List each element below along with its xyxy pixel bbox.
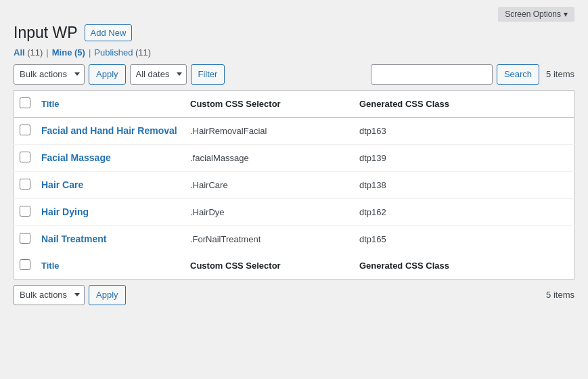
items-count-bottom: 5 items <box>546 290 574 300</box>
search-input[interactable] <box>371 64 493 85</box>
dates-select-top[interactable]: All dates <box>130 64 187 85</box>
row-title-link[interactable]: Hair Care <box>41 179 83 190</box>
foot-css-class-column: Generated CSS Class <box>354 252 574 280</box>
row-title-cell: Hair Care <box>36 171 185 198</box>
row-css-selector-cell: .HairDye <box>185 198 354 225</box>
filter-link-all[interactable]: All (11) <box>14 47 43 58</box>
row-checkbox[interactable] <box>20 233 30 244</box>
row-checkbox-cell <box>14 117 37 144</box>
row-checkbox-cell <box>14 225 37 252</box>
select-all-checkbox-top[interactable] <box>20 97 30 108</box>
foot-title-sort-link[interactable]: Title <box>41 261 60 271</box>
row-css-selector-cell: .facialMassage <box>185 144 354 171</box>
apply-button-bottom[interactable]: Apply <box>89 285 126 305</box>
head-check-column <box>14 90 37 117</box>
tablenav-bottom: Bulk actions Apply 5 items <box>14 285 574 305</box>
row-checkbox[interactable] <box>20 179 30 190</box>
table-row: Hair Care .HairCare dtp138 <box>14 171 574 198</box>
dates-wrapper-top: All dates <box>130 64 187 85</box>
bulk-actions-wrapper-bottom: Bulk actions <box>14 285 85 305</box>
row-css-selector-cell: .HairCare <box>185 171 354 198</box>
table-row: Facial Massage .facialMassage dtp139 <box>14 144 574 171</box>
filter-links: All (11) | Mine (5) | Published (11) <box>14 47 574 58</box>
table-row: Nail Treatment .ForNailTreatment dtp165 <box>14 225 574 252</box>
posts-table: Title Custom CSS Selector Generated CSS … <box>14 90 574 280</box>
row-title-cell: Facial Massage <box>36 144 185 171</box>
row-title-cell: Facial and Hand Hair Removal <box>36 117 185 144</box>
table-foot-row: Title Custom CSS Selector Generated CSS … <box>14 252 574 280</box>
tablenav-top-right: Search 5 items <box>371 64 574 85</box>
table-foot: Title Custom CSS Selector Generated CSS … <box>14 252 574 280</box>
row-css-class-cell: dtp162 <box>354 198 574 225</box>
bulk-actions-select-bottom[interactable]: Bulk actions <box>14 285 85 305</box>
row-checkbox-cell <box>14 171 37 198</box>
row-checkbox[interactable] <box>20 152 30 162</box>
row-title-cell: Nail Treatment <box>36 225 185 252</box>
head-title-column[interactable]: Title <box>36 90 185 117</box>
row-css-class-cell: dtp138 <box>354 171 574 198</box>
bulk-actions-wrapper-top: Bulk actions <box>14 64 85 85</box>
row-css-class-cell: dtp139 <box>354 144 574 171</box>
row-title-link[interactable]: Hair Dying <box>41 206 89 217</box>
foot-check-column <box>14 252 37 280</box>
page-title-area: Input WP Add New <box>14 23 132 43</box>
row-checkbox-cell <box>14 198 37 225</box>
tablenav-top: Bulk actions Apply All dates Filter Sear… <box>14 64 574 85</box>
search-area: Search <box>371 64 539 85</box>
row-css-selector-cell: .ForNailTreatment <box>185 225 354 252</box>
head-css-selector-column: Custom CSS Selector <box>185 90 354 117</box>
row-checkbox[interactable] <box>20 125 30 135</box>
table-row: Hair Dying .HairDye dtp162 <box>14 198 574 225</box>
table-row: Facial and Hand Hair Removal .HairRemova… <box>14 117 574 144</box>
filter-link-published[interactable]: Published (11) <box>94 47 151 58</box>
row-checkbox-cell <box>14 144 37 171</box>
foot-title-column[interactable]: Title <box>36 252 185 280</box>
row-checkbox[interactable] <box>20 206 30 217</box>
tablenav-top-left: Bulk actions Apply All dates Filter <box>14 64 225 85</box>
row-title-link[interactable]: Facial and Hand Hair Removal <box>41 125 177 136</box>
row-title-link[interactable]: Nail Treatment <box>41 233 106 244</box>
foot-css-selector-column: Custom CSS Selector <box>185 252 354 280</box>
tablenav-bottom-left: Bulk actions Apply <box>14 285 126 305</box>
search-button[interactable]: Search <box>497 64 539 85</box>
bulk-actions-select-top[interactable]: Bulk actions <box>14 64 85 85</box>
items-count-top: 5 items <box>546 69 574 79</box>
screen-options-button[interactable]: Screen Options ▾ <box>498 7 574 22</box>
page-title: Input WP <box>14 23 78 43</box>
title-sort-link[interactable]: Title <box>41 99 60 109</box>
page-header: Input WP Add New <box>14 23 574 43</box>
screen-options-chevron: ▾ <box>564 9 568 19</box>
screen-options-label: Screen Options <box>505 9 561 19</box>
row-title-cell: Hair Dying <box>36 198 185 225</box>
table-body: Facial and Hand Hair Removal .HairRemova… <box>14 117 574 252</box>
row-css-selector-cell: .HairRemovalFacial <box>185 117 354 144</box>
row-css-class-cell: dtp163 <box>354 117 574 144</box>
filter-button-top[interactable]: Filter <box>191 64 225 85</box>
row-css-class-cell: dtp165 <box>354 225 574 252</box>
select-all-checkbox-bottom[interactable] <box>20 259 30 270</box>
table-head: Title Custom CSS Selector Generated CSS … <box>14 90 574 117</box>
apply-button-top[interactable]: Apply <box>89 64 126 85</box>
table-head-row: Title Custom CSS Selector Generated CSS … <box>14 90 574 117</box>
row-title-link[interactable]: Facial Massage <box>41 152 111 163</box>
head-css-class-column: Generated CSS Class <box>354 90 574 117</box>
filter-link-mine[interactable]: Mine (5) <box>52 47 85 58</box>
add-new-button[interactable]: Add New <box>85 24 133 41</box>
